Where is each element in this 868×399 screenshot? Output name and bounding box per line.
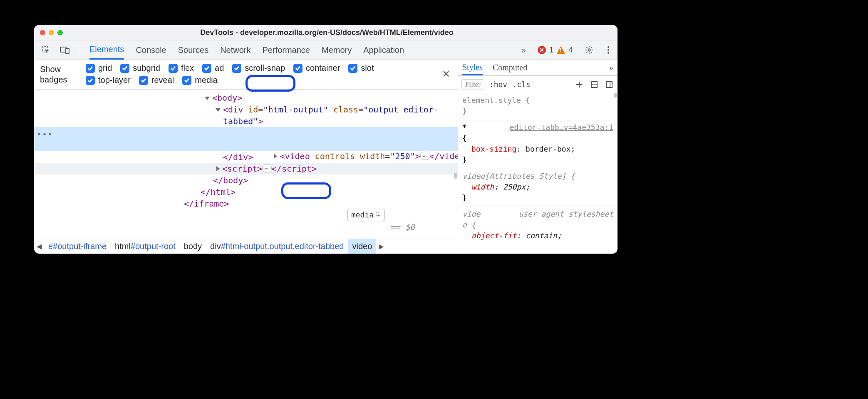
device-toolbar-icon[interactable]	[59, 44, 71, 56]
disclosure-right-icon[interactable]	[216, 166, 220, 171]
checkbox-icon[interactable]	[139, 76, 148, 85]
traffic-lights	[40, 30, 63, 35]
dom-node-body-close[interactable]: </body>	[34, 175, 458, 186]
checkbox-icon[interactable]	[169, 64, 178, 73]
crumb-html[interactable]: html#output-root	[111, 239, 180, 254]
checkbox-icon[interactable]	[348, 64, 357, 73]
dom-node-video-selected[interactable]: ••• <video controls width="250">⋯</video…	[34, 127, 458, 151]
badge-check-reveal[interactable]: reveal	[139, 75, 174, 85]
badge-check-media[interactable]: media	[182, 75, 217, 85]
new-rule-plus-icon[interactable]	[574, 80, 584, 90]
badge-checks: grid subgrid flex ad scroll-snap contain…	[86, 63, 414, 85]
prop-value: contain	[526, 231, 557, 240]
breadcrumb-scroll-right-icon[interactable]: ▶	[376, 242, 386, 250]
rule-source-link[interactable]: editor-tabb…v=4ae353a:1	[510, 122, 613, 133]
checkbox-icon[interactable]	[232, 64, 241, 73]
rule-video-attributes[interactable]: video[Attributes Style] { width: 250px; …	[458, 169, 618, 207]
badge-check-subgrid[interactable]: subgrid	[120, 63, 160, 73]
tab-performance[interactable]: Performance	[263, 40, 310, 60]
media-badge[interactable]: media	[347, 209, 385, 221]
close-badge-settings-icon[interactable]: ✕	[440, 68, 452, 80]
disclosure-down-icon[interactable]	[216, 108, 221, 112]
badge-settings-label: Show badges	[40, 63, 77, 85]
prop-value: border-box	[526, 145, 570, 153]
svg-point-4	[608, 46, 609, 48]
collapsed-ellipsis-icon[interactable]: ⋯	[262, 164, 271, 172]
error-count[interactable]: 1	[549, 46, 553, 55]
crumb-div[interactable]: div#html-output.output.editor-tabbed	[206, 239, 348, 254]
tabs-overflow-icon[interactable]: »	[521, 45, 526, 55]
computed-styles-icon[interactable]	[589, 80, 599, 90]
dom-node-div-open-wrap[interactable]: tabbed">	[34, 115, 458, 127]
tab-console[interactable]: Console	[136, 40, 166, 60]
warning-icon[interactable]	[557, 46, 565, 54]
dom-node-body[interactable]: <body>	[34, 92, 458, 104]
checkbox-icon[interactable]	[182, 76, 191, 85]
panel-tabs: Elements Console Sources Network Perform…	[89, 40, 404, 60]
crumb-iframe[interactable]: e#output-iframe	[44, 239, 111, 254]
breadcrumb-scroll-left-icon[interactable]: ◀	[34, 242, 44, 250]
styles-overflow-icon[interactable]: »	[609, 63, 613, 72]
maximize-window-button[interactable]	[57, 30, 63, 35]
checkbox-icon[interactable]	[293, 64, 303, 73]
tab-network[interactable]: Network	[220, 40, 250, 60]
styles-scrollbar[interactable]	[614, 93, 617, 97]
cls-button[interactable]: .cls	[512, 80, 530, 89]
toggle-sidebar-icon[interactable]	[604, 80, 614, 90]
tab-memory[interactable]: Memory	[322, 40, 352, 60]
inspect-icon[interactable]	[40, 44, 52, 56]
tab-elements[interactable]: Elements	[89, 40, 124, 60]
rule-prop[interactable]: box-sizing: border-box;	[462, 144, 613, 155]
svg-point-3	[588, 49, 590, 51]
dom-node-div-close[interactable]: </div>	[34, 151, 458, 163]
settings-gear-icon[interactable]	[583, 44, 595, 56]
dom-node-script[interactable]: <script>⋯</script>	[34, 163, 458, 175]
filter-input[interactable]: Filter	[461, 79, 484, 90]
filter-placeholder: Filter	[465, 80, 481, 88]
checkbox-icon[interactable]	[120, 64, 129, 73]
dom-scrollbar[interactable]	[454, 173, 457, 179]
badge-check-top-layer[interactable]: top-layer	[86, 75, 131, 85]
tab-computed[interactable]: Computed	[493, 60, 527, 75]
rule-prop[interactable]: width: 250px;	[462, 182, 613, 192]
badge-check-grid[interactable]: grid	[86, 63, 112, 73]
window-title: DevTools - developer.mozilla.org/en-US/d…	[63, 28, 591, 37]
styles-panel: Styles Computed » Filter :hov .cls eleme…	[458, 60, 618, 254]
rule-prop[interactable]: object-fit: contain;	[462, 230, 613, 241]
badge-check-flex[interactable]: flex	[169, 63, 194, 73]
dom-node-div-open[interactable]: <div id="html-output" class="output edit…	[34, 104, 458, 115]
badge-check-ad[interactable]: ad	[202, 63, 224, 73]
checkbox-icon[interactable]	[86, 64, 95, 73]
kebab-menu-icon[interactable]	[603, 44, 614, 56]
checkbox-icon[interactable]	[202, 64, 211, 73]
badge-label: subgrid	[133, 63, 160, 73]
main-tabbar: Elements Console Sources Network Perform…	[34, 40, 618, 60]
rule-element-style[interactable]: element.style { }	[458, 93, 618, 120]
styles-filterbar: Filter :hov .cls	[458, 76, 618, 93]
rule-star[interactable]: * editor-tabb…v=4ae353a:1 { box-sizing: …	[458, 120, 618, 169]
badge-check-scroll-snap[interactable]: scroll-snap	[232, 63, 285, 73]
dollar-zero: == $0	[385, 222, 415, 232]
tab-styles[interactable]: Styles	[462, 60, 483, 75]
warning-count[interactable]: 4	[568, 46, 573, 55]
close-window-button[interactable]	[40, 30, 45, 35]
crumb-video[interactable]: video	[348, 239, 376, 254]
tab-sources[interactable]: Sources	[178, 40, 208, 60]
badge-settings-bar: Show badges grid subgrid flex ad scroll-…	[34, 60, 458, 90]
issue-badges: ✕ 1 4	[538, 46, 573, 55]
dom-tree[interactable]: <body> <div id="html-output" class="outp…	[34, 90, 458, 239]
styles-rules[interactable]: element.style { } * editor-tabb…v=4ae353…	[458, 93, 618, 254]
crumb-body[interactable]: body	[180, 239, 206, 254]
disclosure-down-icon[interactable]	[205, 97, 210, 100]
error-icon[interactable]: ✕	[538, 46, 546, 54]
tab-application[interactable]: Application	[363, 40, 404, 60]
badge-check-slot[interactable]: slot	[348, 63, 374, 73]
gutter-ellipsis-icon[interactable]: •••	[37, 128, 53, 140]
badge-check-container[interactable]: container	[293, 63, 340, 73]
checkbox-icon[interactable]	[86, 76, 95, 85]
rule-video-ua[interactable]: vide user agent stylesheet o { object-fi…	[458, 207, 618, 244]
minimize-window-button[interactable]	[49, 30, 54, 35]
hov-button[interactable]: :hov	[489, 80, 507, 89]
dom-node-iframe-close[interactable]: </iframe>	[34, 198, 458, 209]
dom-node-html-close[interactable]: </html>	[34, 186, 458, 198]
